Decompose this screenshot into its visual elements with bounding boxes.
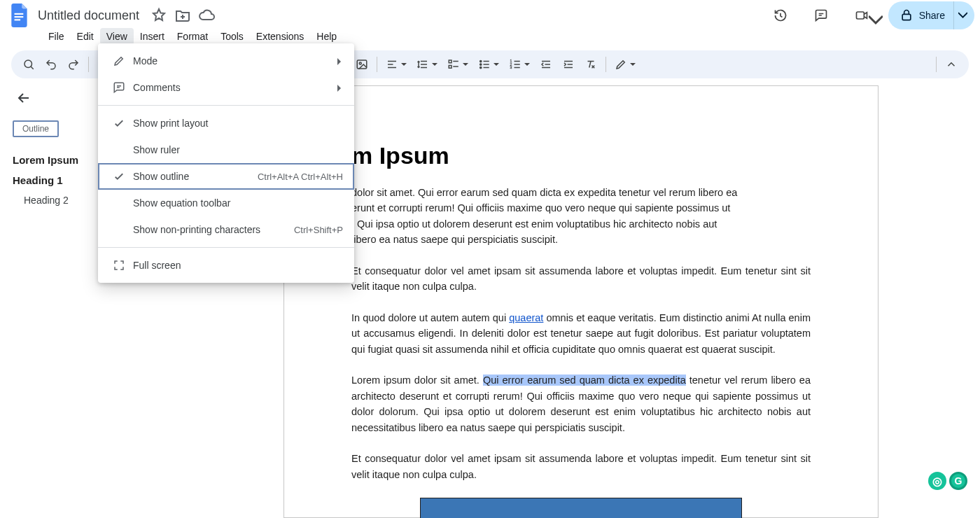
doc-link[interactable]: quaerat <box>509 312 543 323</box>
star-icon[interactable] <box>150 7 167 24</box>
share-caret-icon[interactable] <box>953 1 967 29</box>
share-label: Share <box>919 10 945 21</box>
doc-paragraph: dolor sit amet. Qui error earum sed quam… <box>351 185 811 248</box>
doc-paragraph: In quod dolore ut autem autem qui quaera… <box>351 310 811 357</box>
menu-extensions[interactable]: Extensions <box>250 28 310 45</box>
share-button[interactable]: Share <box>888 1 974 29</box>
menu-show-nonprinting[interactable]: Show non-printing characters Ctrl+Shift+… <box>98 216 354 243</box>
doc-paragraph: Lorem ipsum dolor sit amet. Qui error ea… <box>351 372 811 435</box>
document-page[interactable]: m Ipsum dolor sit amet. Qui error earum … <box>284 85 878 518</box>
svg-rect-10 <box>449 66 451 69</box>
editing-mode-dropdown[interactable] <box>610 54 631 75</box>
align-dropdown[interactable] <box>382 54 402 75</box>
checklist-dropdown[interactable] <box>443 54 464 75</box>
outline-label: Outline <box>13 120 59 137</box>
menu-view[interactable]: View <box>100 28 134 45</box>
menu-insert[interactable]: Insert <box>134 28 171 45</box>
text-selection: Qui error earum sed quam dicta ex expedi… <box>483 374 686 386</box>
menu-full-screen[interactable]: Full screen <box>98 252 354 279</box>
search-menus-icon[interactable] <box>18 54 39 75</box>
svg-rect-1 <box>15 16 24 18</box>
move-icon[interactable] <box>174 7 191 24</box>
svg-rect-9 <box>449 60 451 63</box>
menu-edit[interactable]: Edit <box>71 28 100 45</box>
undo-icon[interactable] <box>41 54 62 75</box>
menu-show-equation-toolbar[interactable]: Show equation toolbar <box>98 190 354 216</box>
history-icon[interactable] <box>766 1 794 29</box>
menu-comments[interactable]: Comments <box>98 74 354 101</box>
svg-point-5 <box>24 60 32 68</box>
doc-image[interactable] <box>420 498 742 518</box>
line-spacing-dropdown[interactable] <box>412 54 433 75</box>
bulleted-list-dropdown[interactable] <box>474 54 495 75</box>
svg-rect-0 <box>15 13 24 15</box>
doc-heading: m Ipsum <box>351 142 811 169</box>
svg-point-13 <box>480 66 482 68</box>
doc-paragraph: Et consequatur dolor vel amet ipsam sit … <box>351 451 811 482</box>
menu-mode[interactable]: Mode <box>98 48 354 74</box>
insert-image-button[interactable] <box>351 54 372 75</box>
svg-rect-2 <box>15 19 21 20</box>
collapse-toolbar-button[interactable] <box>941 54 962 75</box>
svg-point-8 <box>359 62 361 64</box>
outline-back-arrow[interactable] <box>15 90 35 111</box>
doc-paragraph: Et consequatur dolor vel amet ipsam sit … <box>351 263 811 295</box>
view-menu-dropdown: Mode Comments Show print layout Show rul… <box>98 43 354 283</box>
cloud-status-icon[interactable] <box>198 7 215 24</box>
svg-rect-3 <box>856 12 864 19</box>
doc-title[interactable]: Untitled document <box>34 7 144 24</box>
comments-icon[interactable] <box>807 1 835 29</box>
menu-show-outline[interactable]: Show outline Ctrl+Alt+A Ctrl+Alt+H <box>98 163 354 190</box>
indent-increase-button[interactable] <box>558 54 579 75</box>
svg-rect-4 <box>902 14 911 20</box>
menu-show-print-layout[interactable]: Show print layout <box>98 110 354 136</box>
svg-rect-7 <box>357 60 367 69</box>
menu-help[interactable]: Help <box>310 28 343 45</box>
menu-format[interactable]: Format <box>171 28 214 45</box>
redo-icon[interactable] <box>63 54 84 75</box>
indent-decrease-button[interactable] <box>536 54 556 75</box>
meet-icon[interactable] <box>848 1 876 29</box>
numbered-list-dropdown[interactable]: 123 <box>505 54 526 75</box>
menu-show-ruler[interactable]: Show ruler <box>98 136 354 163</box>
menu-tools[interactable]: Tools <box>214 28 250 45</box>
svg-text:3: 3 <box>510 65 512 69</box>
menu-file[interactable]: File <box>42 28 71 45</box>
svg-point-11 <box>480 60 482 62</box>
svg-point-12 <box>480 64 482 65</box>
clear-formatting-button[interactable] <box>580 54 601 75</box>
assistant-bubble[interactable]: ◎G <box>928 472 967 490</box>
docs-logo[interactable] <box>6 1 34 29</box>
